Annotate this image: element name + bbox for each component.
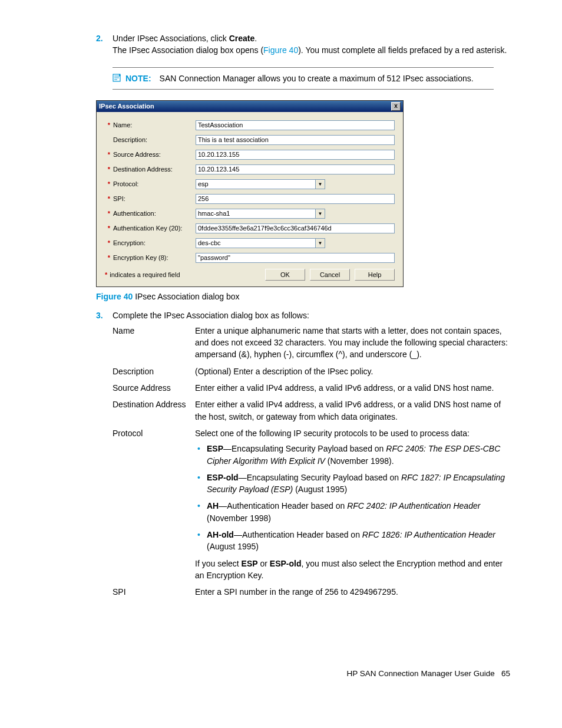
def-term-spi: SPI — [113, 586, 195, 598]
dialog-titlebar: IPsec Association x — [97, 101, 403, 112]
def-term-source: Source Address — [113, 382, 195, 394]
def-term-destination: Destination Address — [113, 398, 195, 423]
description-label: Description: — [113, 136, 196, 143]
encryption-select[interactable]: des-cbc▼ — [196, 238, 325, 248]
def-body-protocol: Select one of the following IP security … — [195, 427, 510, 581]
required-star: * — [105, 195, 113, 202]
authentication-label: Authentication: — [113, 210, 196, 217]
required-star: * — [105, 239, 113, 246]
ipsec-association-dialog: IPsec Association x *Name: Description: … — [96, 100, 404, 287]
name-field[interactable] — [196, 120, 395, 130]
def-term-name: Name — [113, 325, 195, 361]
auth-key-field[interactable] — [196, 223, 395, 233]
spi-field[interactable] — [196, 194, 395, 204]
enc-key-field[interactable] — [196, 253, 395, 263]
step-3: 3. Complete the IPsec Association dialog… — [96, 309, 510, 321]
note-block: NOTE: SAN Connection Manager allows you … — [113, 67, 494, 90]
figure-caption: Figure 40 IPsec Association dialog box — [96, 292, 510, 301]
protocol-item-ah: AH—Authentication Header based on RFC 24… — [195, 500, 510, 524]
source-address-label: Source Address: — [113, 151, 196, 158]
protocol-label: Protocol: — [113, 180, 196, 187]
step-2: 2. Under IPsec Associations, click Creat… — [96, 32, 510, 57]
cancel-button[interactable]: Cancel — [310, 269, 350, 281]
authentication-select[interactable]: hmac-sha1▼ — [196, 209, 325, 219]
def-body-spi: Enter a SPI number in the range of 256 t… — [195, 586, 510, 598]
spi-label: SPI: — [113, 195, 196, 202]
destination-address-label: Destination Address: — [113, 166, 196, 173]
help-button[interactable]: Help — [355, 269, 395, 281]
step-bold: Create — [229, 34, 255, 43]
enc-key-label: Encryption Key (8): — [113, 254, 196, 261]
def-term-description: Description — [113, 365, 195, 377]
required-star: * — [105, 225, 113, 232]
page-footer: HP SAN Connection Manager User Guide 65 — [96, 669, 510, 678]
required-note: indicates a required field — [110, 271, 180, 278]
def-body-source: Enter either a valid IPv4 address, a val… — [195, 382, 510, 394]
description-field[interactable] — [196, 135, 395, 145]
note-label: NOTE: — [125, 74, 151, 83]
step-number: 3. — [96, 309, 103, 321]
protocol-item-esp-old: ESP-old—Encapsulating Security Payload b… — [195, 472, 510, 496]
def-body-description: (Optional) Enter a description of the IP… — [195, 365, 510, 377]
destination-address-field[interactable] — [196, 164, 395, 174]
name-label: Name: — [113, 121, 196, 129]
required-star: * — [105, 271, 107, 278]
step-text: Under IPsec Associations, click — [113, 34, 229, 43]
dialog-title: IPsec Association — [99, 103, 154, 110]
note-icon — [113, 74, 122, 82]
required-star: * — [105, 254, 113, 261]
required-star: * — [105, 151, 113, 158]
note-text: SAN Connection Manager allows you to cre… — [160, 74, 494, 83]
required-star: * — [105, 210, 113, 217]
step-number: 2. — [96, 32, 103, 44]
step-text: Complete the IPsec Association dialog bo… — [113, 311, 309, 320]
encryption-label: Encryption: — [113, 239, 196, 246]
chevron-down-icon: ▼ — [315, 209, 325, 218]
figure-link[interactable]: Figure 40 — [263, 45, 298, 55]
def-term-protocol: Protocol — [113, 427, 195, 581]
close-icon[interactable]: x — [391, 102, 401, 111]
ok-button[interactable]: OK — [265, 269, 305, 281]
source-address-field[interactable] — [196, 150, 395, 160]
protocol-item-esp: ESP—Encapsulating Security Payload based… — [195, 443, 510, 467]
chevron-down-icon: ▼ — [315, 239, 325, 248]
required-star: * — [105, 121, 113, 129]
required-star: * — [105, 166, 113, 173]
required-star: * — [105, 180, 113, 187]
def-body-destination: Enter either a valid IPv4 address, a val… — [195, 398, 510, 423]
protocol-select[interactable]: esp▼ — [196, 179, 325, 189]
def-body-name: Enter a unique alphanumeric name that st… — [195, 325, 510, 361]
protocol-item-ah-old: AH-old—Authentication Header based on RF… — [195, 529, 510, 553]
auth-key-label: Authentication Key (20): — [113, 225, 196, 232]
chevron-down-icon: ▼ — [315, 180, 325, 189]
